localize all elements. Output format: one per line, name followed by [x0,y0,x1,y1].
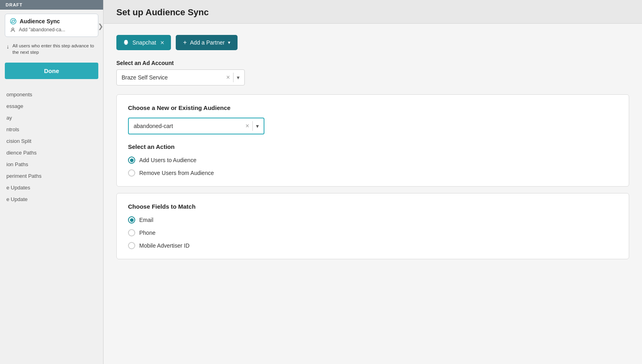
svg-point-0 [10,18,16,24]
field-mobile-label: Mobile Advertiser ID [139,242,189,249]
audience-clear-icon[interactable]: × [246,122,249,130]
field-email-radio[interactable] [128,216,135,224]
audience-divider [252,121,253,131]
plus-icon: + [183,39,187,46]
nav-item-live-update[interactable]: e Update [0,193,103,205]
nav-item-controls[interactable]: ntrols [0,124,103,135]
nav-item-decision-split[interactable]: cision Split [0,135,103,147]
ad-account-clear-icon[interactable]: × [226,74,230,81]
action-radio-group: Add Users to Audience Remove Users from … [128,157,618,177]
page-title: Set up Audience Sync [116,7,629,18]
action-remove-users[interactable]: Remove Users from Audience [128,169,618,177]
snapchat-button[interactable]: Snapchat ✕ [116,35,171,50]
action-add-users[interactable]: Add Users to Audience [128,157,618,164]
action-remove-label: Remove Users from Audience [139,170,214,176]
audience-arrow-icon[interactable]: ▾ [256,123,259,129]
fields-panel-title: Choose Fields to Match [128,203,618,210]
person-icon [10,27,16,33]
draft-badge: DRAFT [0,0,103,10]
audience-panel-title: Choose a New or Existing Audience [128,104,618,111]
step-title: Audience Sync [10,18,93,24]
field-mobile-radio[interactable] [128,242,135,249]
nav-item-audience-paths[interactable]: dience Paths [0,147,103,159]
dropdown-arrow-icon: ▾ [228,40,230,45]
nav-item-action-paths[interactable]: ion Paths [0,159,103,170]
snapchat-close-icon[interactable]: ✕ [160,40,165,46]
nav-item-components[interactable]: omponents [0,89,103,100]
step-note-text: All users who enter this step advance to… [12,43,97,55]
action-add-label: Add Users to Audience [139,157,196,163]
action-add-radio[interactable] [128,157,135,164]
step-chevron: ❯ [98,22,104,28]
action-panel-title: Select an Action [128,143,618,150]
field-mobile-advertiser-id[interactable]: Mobile Advertiser ID [128,242,618,249]
fields-radio-group: Email Phone Mobile Advertiser ID [128,216,618,249]
field-phone[interactable]: Phone [128,229,618,236]
step-subtitle-text: Add "abandoned-ca... [19,27,65,33]
nav-item-experiment-paths[interactable]: periment Paths [0,170,103,182]
main-header: Set up Audience Sync [104,0,642,24]
audience-select-value: abandoned-cart [134,123,246,129]
fields-panel: Choose Fields to Match Email Phone Mobil… [116,193,629,259]
sync-icon [10,18,16,24]
arrow-down-icon: ↓ [6,43,9,51]
step-subtitle: Add "abandoned-ca... [10,27,93,33]
nav-item-feature-updates[interactable]: e Updates [0,182,103,193]
field-phone-label: Phone [139,230,155,236]
partner-row: Snapchat ✕ + Add a Partner ▾ [116,35,629,50]
done-button[interactable]: Done [5,63,98,79]
field-phone-radio[interactable] [128,229,135,236]
step-card[interactable]: Audience Sync Add "abandoned-ca... ❯ [5,14,98,37]
field-email[interactable]: Email [128,216,618,224]
main-body: Snapchat ✕ + Add a Partner ▾ Select an A… [104,24,642,277]
nav-list: omponents essage ay ntrols cision Split … [0,85,103,364]
main-content: Set up Audience Sync Snapchat ✕ + Add a … [104,0,642,364]
add-partner-button[interactable]: + Add a Partner ▾ [176,35,238,50]
nav-item-message[interactable]: essage [0,100,103,112]
action-remove-radio[interactable] [128,169,135,177]
ad-account-select[interactable]: Braze Self Service × ▾ [116,69,245,85]
audience-select[interactable]: abandoned-cart × ▾ [128,118,264,134]
sidebar: DRAFT Audience Sync Add "abandoned-ca...… [0,0,104,364]
svg-point-1 [12,28,14,30]
step-note: ↓ All users who enter this step advance … [0,39,103,57]
select-divider [233,73,234,82]
step-title-text: Audience Sync [20,18,60,24]
nav-item-delay[interactable]: ay [0,112,103,124]
ad-account-value: Braze Self Service [122,74,226,81]
audience-action-panel: Choose a New or Existing Audience abando… [116,94,629,187]
add-partner-label: Add a Partner [190,39,225,46]
field-email-label: Email [139,217,153,223]
snapchat-label: Snapchat [132,39,156,46]
snapchat-icon [123,39,129,46]
ad-account-arrow-icon[interactable]: ▾ [237,74,240,81]
ad-account-label: Select an Ad Account [116,60,629,66]
